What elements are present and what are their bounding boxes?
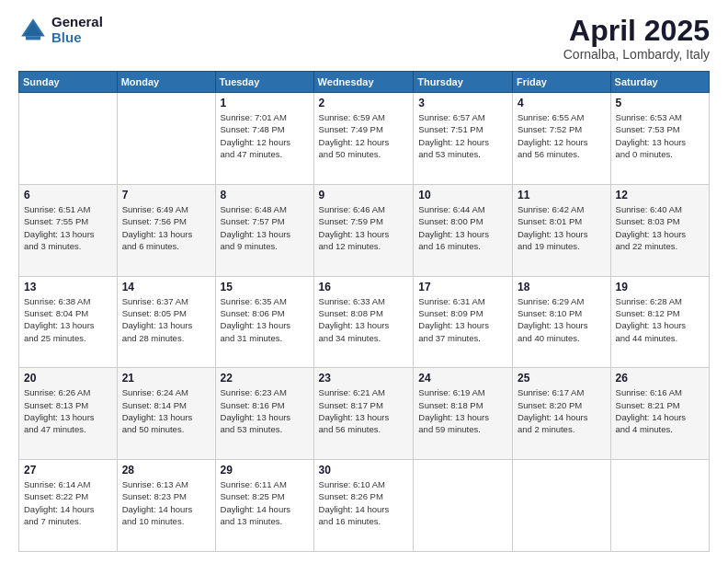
calendar-header-wednesday: Wednesday bbox=[313, 72, 414, 93]
day-number: 27 bbox=[24, 464, 112, 477]
month-title: April 2025 bbox=[563, 15, 710, 47]
day-detail: Sunrise: 6:29 AM Sunset: 8:10 PM Dayligh… bbox=[518, 295, 606, 344]
day-number: 25 bbox=[518, 372, 606, 385]
day-detail: Sunrise: 6:35 AM Sunset: 8:06 PM Dayligh… bbox=[221, 295, 309, 344]
calendar-cell: 24Sunrise: 6:19 AM Sunset: 8:18 PM Dayli… bbox=[414, 368, 513, 460]
calendar-header-row: SundayMondayTuesdayWednesdayThursdayFrid… bbox=[19, 72, 710, 93]
day-detail: Sunrise: 6:37 AM Sunset: 8:05 PM Dayligh… bbox=[122, 295, 210, 344]
calendar-cell: 17Sunrise: 6:31 AM Sunset: 8:09 PM Dayli… bbox=[414, 276, 513, 368]
day-number: 16 bbox=[319, 281, 409, 293]
calendar-cell: 19Sunrise: 6:28 AM Sunset: 8:12 PM Dayli… bbox=[610, 276, 709, 368]
day-detail: Sunrise: 6:31 AM Sunset: 8:09 PM Dayligh… bbox=[418, 295, 507, 344]
day-detail: Sunrise: 7:01 AM Sunset: 7:48 PM Dayligh… bbox=[221, 111, 309, 160]
day-number: 18 bbox=[518, 281, 606, 293]
calendar-cell: 25Sunrise: 6:17 AM Sunset: 8:20 PM Dayli… bbox=[512, 368, 610, 460]
day-detail: Sunrise: 6:17 AM Sunset: 8:20 PM Dayligh… bbox=[518, 386, 606, 435]
day-number: 12 bbox=[616, 189, 704, 201]
calendar-week-1: 6Sunrise: 6:51 AM Sunset: 7:55 PM Daylig… bbox=[19, 184, 710, 276]
calendar-cell: 26Sunrise: 6:16 AM Sunset: 8:21 PM Dayli… bbox=[610, 368, 709, 460]
calendar-body: 1Sunrise: 7:01 AM Sunset: 7:48 PM Daylig… bbox=[19, 93, 710, 552]
day-number: 7 bbox=[122, 189, 210, 201]
day-detail: Sunrise: 6:59 AM Sunset: 7:49 PM Dayligh… bbox=[319, 111, 409, 160]
calendar-header-friday: Friday bbox=[512, 72, 610, 93]
day-number: 21 bbox=[122, 372, 210, 385]
day-detail: Sunrise: 6:57 AM Sunset: 7:51 PM Dayligh… bbox=[418, 111, 507, 160]
calendar-cell: 2Sunrise: 6:59 AM Sunset: 7:49 PM Daylig… bbox=[313, 93, 414, 185]
day-number: 13 bbox=[24, 281, 112, 293]
calendar-cell: 1Sunrise: 7:01 AM Sunset: 7:48 PM Daylig… bbox=[215, 93, 313, 185]
day-detail: Sunrise: 6:13 AM Sunset: 8:23 PM Dayligh… bbox=[122, 478, 210, 527]
page: General Blue April 2025 Cornalba, Lombar… bbox=[0, 0, 728, 563]
calendar-cell: 27Sunrise: 6:14 AM Sunset: 8:22 PM Dayli… bbox=[19, 460, 118, 552]
day-number: 26 bbox=[616, 372, 704, 385]
day-number: 6 bbox=[24, 189, 112, 201]
day-number: 9 bbox=[319, 189, 409, 201]
day-detail: Sunrise: 6:19 AM Sunset: 8:18 PM Dayligh… bbox=[418, 386, 507, 435]
day-number: 2 bbox=[319, 97, 409, 109]
day-number: 14 bbox=[122, 281, 210, 293]
day-number: 22 bbox=[221, 372, 309, 385]
day-detail: Sunrise: 6:40 AM Sunset: 8:03 PM Dayligh… bbox=[616, 203, 704, 252]
day-detail: Sunrise: 6:24 AM Sunset: 8:14 PM Dayligh… bbox=[122, 386, 210, 435]
calendar-cell: 16Sunrise: 6:33 AM Sunset: 8:08 PM Dayli… bbox=[313, 276, 414, 368]
day-detail: Sunrise: 6:16 AM Sunset: 8:21 PM Dayligh… bbox=[616, 386, 704, 435]
day-number: 30 bbox=[319, 464, 409, 477]
calendar-cell: 15Sunrise: 6:35 AM Sunset: 8:06 PM Dayli… bbox=[215, 276, 313, 368]
logo: General Blue bbox=[18, 15, 103, 45]
calendar-cell: 28Sunrise: 6:13 AM Sunset: 8:23 PM Dayli… bbox=[117, 460, 215, 552]
day-number: 1 bbox=[221, 97, 309, 109]
calendar-header-saturday: Saturday bbox=[610, 72, 709, 93]
calendar-cell: 4Sunrise: 6:55 AM Sunset: 7:52 PM Daylig… bbox=[512, 93, 610, 185]
calendar-week-3: 20Sunrise: 6:26 AM Sunset: 8:13 PM Dayli… bbox=[19, 368, 710, 460]
calendar-week-0: 1Sunrise: 7:01 AM Sunset: 7:48 PM Daylig… bbox=[19, 93, 710, 185]
day-detail: Sunrise: 6:51 AM Sunset: 7:55 PM Dayligh… bbox=[24, 203, 112, 252]
day-detail: Sunrise: 6:46 AM Sunset: 7:59 PM Dayligh… bbox=[319, 203, 409, 252]
day-detail: Sunrise: 6:10 AM Sunset: 8:26 PM Dayligh… bbox=[319, 478, 409, 527]
day-detail: Sunrise: 6:21 AM Sunset: 8:17 PM Dayligh… bbox=[319, 386, 409, 435]
day-detail: Sunrise: 6:26 AM Sunset: 8:13 PM Dayligh… bbox=[24, 386, 112, 435]
calendar-cell bbox=[19, 93, 118, 185]
logo-icon bbox=[18, 16, 48, 45]
svg-rect-2 bbox=[26, 36, 40, 40]
calendar-header-tuesday: Tuesday bbox=[215, 72, 313, 93]
calendar-cell: 23Sunrise: 6:21 AM Sunset: 8:17 PM Dayli… bbox=[313, 368, 414, 460]
calendar-cell: 14Sunrise: 6:37 AM Sunset: 8:05 PM Dayli… bbox=[117, 276, 215, 368]
day-number: 3 bbox=[418, 97, 507, 109]
day-detail: Sunrise: 6:33 AM Sunset: 8:08 PM Dayligh… bbox=[319, 295, 409, 344]
day-detail: Sunrise: 6:23 AM Sunset: 8:16 PM Dayligh… bbox=[221, 386, 309, 435]
day-number: 23 bbox=[319, 372, 409, 385]
day-detail: Sunrise: 6:55 AM Sunset: 7:52 PM Dayligh… bbox=[518, 111, 606, 160]
day-number: 28 bbox=[122, 464, 210, 477]
day-detail: Sunrise: 6:53 AM Sunset: 7:53 PM Dayligh… bbox=[616, 111, 704, 160]
day-number: 19 bbox=[616, 281, 704, 293]
calendar-cell: 11Sunrise: 6:42 AM Sunset: 8:01 PM Dayli… bbox=[512, 184, 610, 276]
day-number: 4 bbox=[518, 97, 606, 109]
calendar-week-2: 13Sunrise: 6:38 AM Sunset: 8:04 PM Dayli… bbox=[19, 276, 710, 368]
day-detail: Sunrise: 6:38 AM Sunset: 8:04 PM Dayligh… bbox=[24, 295, 112, 344]
calendar-cell: 18Sunrise: 6:29 AM Sunset: 8:10 PM Dayli… bbox=[512, 276, 610, 368]
day-number: 20 bbox=[24, 372, 112, 385]
calendar-cell: 10Sunrise: 6:44 AM Sunset: 8:00 PM Dayli… bbox=[414, 184, 513, 276]
calendar-cell: 30Sunrise: 6:10 AM Sunset: 8:26 PM Dayli… bbox=[313, 460, 414, 552]
day-number: 29 bbox=[221, 464, 309, 477]
calendar-cell bbox=[414, 460, 513, 552]
title-block: April 2025 Cornalba, Lombardy, Italy bbox=[563, 15, 710, 62]
day-number: 11 bbox=[518, 189, 606, 201]
day-number: 10 bbox=[418, 189, 507, 201]
day-detail: Sunrise: 6:44 AM Sunset: 8:00 PM Dayligh… bbox=[418, 203, 507, 252]
calendar-cell bbox=[117, 93, 215, 185]
day-number: 17 bbox=[418, 281, 507, 293]
day-detail: Sunrise: 6:11 AM Sunset: 8:25 PM Dayligh… bbox=[221, 478, 309, 527]
calendar-cell: 22Sunrise: 6:23 AM Sunset: 8:16 PM Dayli… bbox=[215, 368, 313, 460]
calendar-cell bbox=[512, 460, 610, 552]
calendar-week-4: 27Sunrise: 6:14 AM Sunset: 8:22 PM Dayli… bbox=[19, 460, 710, 552]
header: General Blue April 2025 Cornalba, Lombar… bbox=[18, 15, 710, 62]
day-detail: Sunrise: 6:48 AM Sunset: 7:57 PM Dayligh… bbox=[221, 203, 309, 252]
calendar-header-thursday: Thursday bbox=[414, 72, 513, 93]
logo-blue-label: Blue bbox=[51, 30, 103, 46]
day-detail: Sunrise: 6:14 AM Sunset: 8:22 PM Dayligh… bbox=[24, 478, 112, 527]
day-number: 24 bbox=[418, 372, 507, 385]
logo-general-label: General bbox=[51, 15, 103, 30]
calendar-cell bbox=[610, 460, 709, 552]
calendar-table: SundayMondayTuesdayWednesdayThursdayFrid… bbox=[18, 71, 710, 552]
